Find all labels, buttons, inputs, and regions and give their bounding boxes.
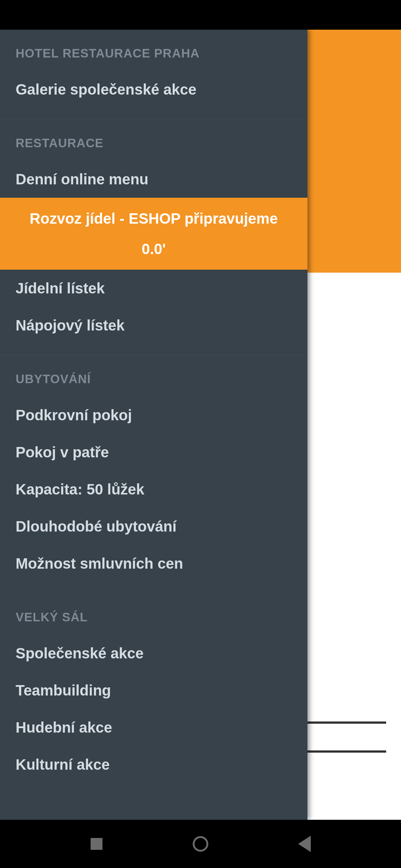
sidebar-item-kulturni-akce[interactable]: Kulturní akce <box>0 746 307 783</box>
status-bar <box>0 0 401 30</box>
sidebar-item-pokoj-v-patre[interactable]: Pokoj v patře <box>0 434 307 471</box>
section-header: UBYTOVÁNÍ <box>0 355 307 397</box>
sidebar-item-smluvni-ceny[interactable]: Možnost smluvních cen <box>0 545 307 582</box>
sidebar-item-napojovy-listek[interactable]: Nápojový lístek <box>0 307 307 344</box>
sidebar-item-teambuilding[interactable]: Teambuilding <box>0 672 307 709</box>
section-header: VELKÝ SÁL <box>0 594 307 635</box>
sidebar-item-label: Rozvoz jídel - ESHOP připravujeme <box>30 210 278 227</box>
section-hotel: HOTEL RESTAURACE PRAHA Galerie společens… <box>0 30 307 119</box>
section-header: HOTEL RESTAURACE PRAHA <box>0 30 307 71</box>
sidebar-item-kapacita[interactable]: Kapacita: 50 lůžek <box>0 471 307 508</box>
sidebar-item-rozvoz-eshop[interactable]: Rozvoz jídel - ESHOP připravujeme 0.0' <box>0 198 307 270</box>
sidebar-item-podkrovni-pokoj[interactable]: Podkrovní pokoj <box>0 397 307 434</box>
sidebar-item-jidelni-listek[interactable]: Jídelní lístek <box>0 270 307 307</box>
section-restaurace: RESTAURACE Denní online menu Rozvoz jíde… <box>0 119 307 355</box>
sidebar-item-spolecenske-akce[interactable]: Společenské akce <box>0 635 307 672</box>
sidebar-item-hudebni-akce[interactable]: Hudební akce <box>0 709 307 746</box>
sidebar-item-dlouhodobe[interactable]: Dlouhodobé ubytování <box>0 508 307 545</box>
android-nav-bar <box>0 820 401 868</box>
navigation-drawer[interactable]: HOTEL RESTAURACE PRAHA Galerie společens… <box>0 30 307 820</box>
sidebar-item-label-line2: 0.0' <box>16 239 292 259</box>
section-ubytovani: UBYTOVÁNÍ Podkrovní pokoj Pokoj v patře … <box>0 355 307 594</box>
sidebar-item-galerie[interactable]: Galerie společenské akce <box>0 71 307 108</box>
section-header: RESTAURACE <box>0 119 307 161</box>
recent-apps-button[interactable] <box>88 836 105 852</box>
sidebar-item-denni-menu[interactable]: Denní online menu <box>0 161 307 198</box>
home-button[interactable] <box>192 836 209 852</box>
section-velky-sal: VELKÝ SÁL Společenské akce Teambuilding … <box>0 594 307 794</box>
back-button[interactable] <box>296 836 313 852</box>
